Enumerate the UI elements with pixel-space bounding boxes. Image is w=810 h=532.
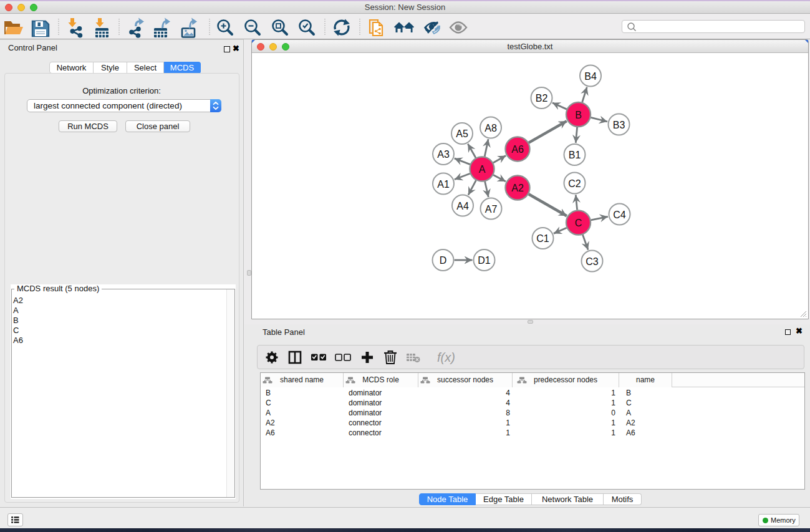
svg-text:B3: B3	[613, 120, 625, 130]
svg-text:C1: C1	[536, 233, 549, 244]
svg-text:A4: A4	[456, 201, 469, 211]
svg-text:A2: A2	[511, 183, 524, 193]
svg-text:A3: A3	[437, 149, 450, 160]
svg-text:B1: B1	[569, 150, 581, 160]
svg-text:B4: B4	[584, 71, 597, 82]
svg-text:A5: A5	[456, 128, 468, 139]
svg-text:f(x): f(x)	[437, 351, 455, 364]
svg-text:A8: A8	[485, 123, 497, 133]
svg-text:A1: A1	[437, 179, 450, 190]
svg-text:A: A	[479, 164, 486, 175]
svg-text:B2: B2	[536, 93, 548, 104]
svg-text:C4: C4	[613, 210, 626, 220]
svg-text:A7: A7	[485, 204, 498, 215]
svg-text:C: C	[575, 218, 582, 228]
svg-text:D: D	[440, 255, 447, 266]
svg-text:C2: C2	[568, 178, 581, 189]
svg-text:C3: C3	[586, 256, 599, 267]
svg-text:A6: A6	[511, 144, 524, 155]
svg-text:B: B	[575, 110, 582, 120]
svg-text:D1: D1	[478, 255, 491, 266]
